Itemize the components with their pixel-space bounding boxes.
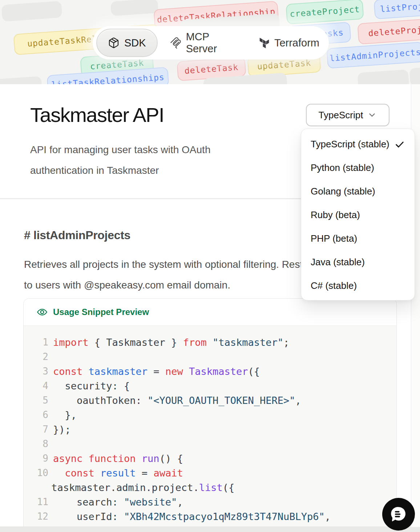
chat-bubble-icon <box>388 504 409 524</box>
api-pill-listAdminProjects: listAdminProjects <box>326 42 420 69</box>
api-pill-placeholder <box>1 1 62 21</box>
tab-mcp-server[interactable]: MCP Server <box>170 31 243 55</box>
code-block: 1import { Taskmaster } from "taskmaster"… <box>24 326 396 527</box>
snippet-title: Usage Snippet Preview <box>53 307 149 317</box>
api-pill-placeholder <box>409 65 420 84</box>
tab-terraform-label: Terraform <box>274 37 319 49</box>
operation-description-line: to users with @speakeasy.com email domai… <box>24 275 328 295</box>
language-option-label: PHP (beta) <box>311 233 357 244</box>
operations-banner: deleteTaskRelationshipcreateProjectlistP… <box>0 0 420 84</box>
code-line: 9async function run() { <box>35 451 396 466</box>
language-option-php[interactable]: PHP (beta) <box>301 227 415 250</box>
language-option-ruby[interactable]: Ruby (beta) <box>301 203 415 227</box>
code-line: 2 <box>35 349 396 364</box>
tab-sdk[interactable]: SDK <box>96 29 158 57</box>
code-line: 11 search: "website", <box>35 495 396 509</box>
page-description: API for managing user tasks with OAuth a… <box>30 139 210 181</box>
code-line: 6 }, <box>35 408 396 422</box>
code-line: taskmaster.admin.project.list({ <box>35 480 396 495</box>
tab-terraform[interactable]: Terraform <box>259 37 319 49</box>
page-description-line: authentication in Taskmaster <box>30 160 210 181</box>
chevron-down-icon <box>367 110 377 120</box>
check-icon <box>394 139 405 150</box>
api-pill-createProject: createProject <box>286 0 364 24</box>
page-description-line: API for managing user tasks with OAuth <box>30 139 210 160</box>
code-line: 1import { Taskmaster } from "taskmaster"… <box>35 335 396 349</box>
eye-icon <box>37 307 48 318</box>
language-option-label: Ruby (beta) <box>311 209 360 221</box>
chat-button[interactable] <box>382 498 415 531</box>
language-option-label: TypeScript (stable) <box>311 139 389 150</box>
code-line: 7}); <box>35 422 396 437</box>
segmented-control: SDK MCP Server Terraform <box>93 26 329 60</box>
language-option-typescript[interactable]: TypeScript (stable) <box>301 132 415 156</box>
code-lines: 1import { Taskmaster } from "taskmaster"… <box>35 335 396 527</box>
operation-description: Retrieves all projects in the system wit… <box>24 254 328 295</box>
api-pill-listProjects: listProjects <box>373 0 420 19</box>
language-option-golang[interactable]: Golang (stable) <box>301 180 415 203</box>
mcp-icon <box>170 37 181 49</box>
code-line: 8 <box>35 437 396 451</box>
api-pill-placeholder <box>0 76 43 84</box>
language-selector-button[interactable]: TypeScript <box>306 104 389 126</box>
code-line: 3const taskmaster = new Taskmaster({ <box>35 364 396 378</box>
language-option-label: Golang (stable) <box>311 186 375 197</box>
language-option-java[interactable]: Java (stable) <box>301 250 415 274</box>
language-option-label: Python (stable) <box>311 162 374 173</box>
language-option-label: C# (stable) <box>311 280 357 291</box>
operation-description-line: Retrieves all projects in the system wit… <box>24 254 328 275</box>
api-pill-deleteProject: deleteProject <box>357 17 420 44</box>
operation-heading: # listAdminProjects <box>24 229 130 242</box>
api-pill-placeholder <box>110 0 158 16</box>
terraform-icon <box>259 38 270 48</box>
code-line: 12 userId: "XBh42Mcstpacyo1qMz89t3T47NuB… <box>35 509 396 524</box>
code-line: 13 }); <box>35 524 396 527</box>
usage-snippet-card: Usage Snippet Preview 1import { Taskmast… <box>23 298 397 527</box>
language-selector-label: TypeScript <box>319 110 363 121</box>
tab-sdk-label: SDK <box>124 37 146 49</box>
code-line: 5 oauthToken: "<YOUR_OAUTH_TOKEN_HERE>", <box>35 393 396 408</box>
language-option-label: Java (stable) <box>311 257 365 268</box>
snippet-header: Usage Snippet Preview <box>24 299 396 326</box>
language-option-c[interactable]: C# (stable) <box>301 274 415 298</box>
api-pill-placeholder <box>357 69 409 84</box>
package-icon <box>108 37 120 49</box>
language-option-python[interactable]: Python (stable) <box>301 156 415 180</box>
code-line: 4 security: { <box>35 378 396 393</box>
language-menu: TypeScript (stable)Python (stable)Golang… <box>301 128 415 300</box>
code-line: 10 const result = await <box>35 466 396 480</box>
page-title: Taskmaster API <box>30 103 164 127</box>
tab-mcp-server-label: MCP Server <box>186 31 243 55</box>
